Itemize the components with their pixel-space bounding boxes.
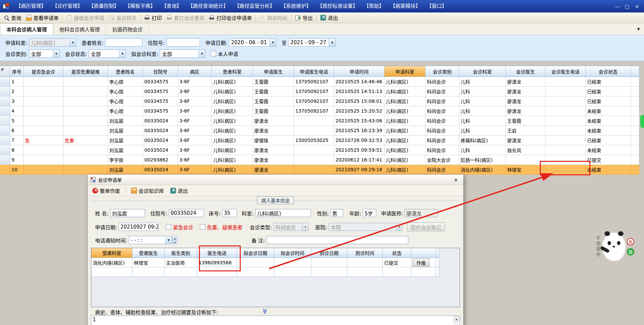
scroll-up-icon[interactable]: ▲ xyxy=(454,317,459,322)
request-doctor-field[interactable]: 廖潇龙 xyxy=(405,209,438,217)
dialog-column-header[interactable]: 到诊日期 xyxy=(311,248,347,258)
row-selector[interactable] xyxy=(0,165,10,175)
urgent-checkbox[interactable] xyxy=(166,224,171,230)
consult-kind-select[interactable]: 科间会诊 ▼ xyxy=(273,223,309,231)
dialog-close-button[interactable]: × xyxy=(451,177,461,183)
table-row[interactable]: 6刘泓宸003350243-6F儿科(病区)廖潇龙20210525 16:23:… xyxy=(0,126,639,136)
column-header[interactable]: 是否危重疑难 xyxy=(63,66,108,77)
column-header[interactable]: 申请时间 xyxy=(334,66,384,77)
dialog-column-header[interactable]: 拟会诊时间 xyxy=(274,248,311,258)
dialog-column-header[interactable]: 受邀科室 xyxy=(91,248,133,258)
time-spinner[interactable]: ▲▼ xyxy=(172,236,177,244)
view-request-button[interactable]: 查看申请单 xyxy=(24,13,61,22)
spin-down-icon[interactable]: ▼ xyxy=(172,240,177,244)
menu-item[interactable]: 【路径监管分析】 xyxy=(231,0,278,12)
search-button[interactable]: 查询 xyxy=(1,13,24,22)
row-selector[interactable] xyxy=(0,106,10,116)
receive-button[interactable]: 接收会诊申请 xyxy=(64,13,107,22)
table-row[interactable]: 5刘泓宸003350243-6F儿科(病区)廖潇龙20210525 15:43:… xyxy=(0,116,639,126)
column-header[interactable]: 是否急会诊 xyxy=(24,66,63,77)
column-header[interactable]: 会诊医生 xyxy=(506,66,546,77)
menu-item[interactable]: 【病历管理】 xyxy=(13,0,49,12)
dialog-column-header[interactable]: 拟会诊日期 xyxy=(237,248,274,258)
column-header[interactable]: 患者姓名 xyxy=(108,66,143,77)
date-from-picker[interactable]: 2020 - 06 - 01 ▼ xyxy=(229,38,276,47)
apply-dept-select[interactable]: 儿科(病区) ▼ xyxy=(29,38,76,47)
menu-item[interactable]: 【窗口】 xyxy=(423,0,450,12)
critical-checkbox[interactable] xyxy=(200,224,205,230)
dialog-title-bar[interactable]: 会诊申请单 × xyxy=(88,175,463,185)
table-row[interactable]: 2李心煜003345753-6F儿科(病区)王菊霞137050921072021… xyxy=(0,87,639,96)
row-selector[interactable] xyxy=(0,96,10,106)
print-batch-button[interactable]: 套打会诊意见 xyxy=(164,13,207,22)
row-selector[interactable] xyxy=(0,77,10,87)
close-button[interactable]: × xyxy=(633,3,641,10)
panda-sticker[interactable]: 不想理你 英 简 xyxy=(595,227,639,267)
dialog-column-header[interactable]: 到诊时间 xyxy=(347,248,383,258)
row-selector[interactable] xyxy=(0,155,10,165)
sex-field[interactable]: 男 xyxy=(330,209,343,217)
phone-notify-time-picker[interactable]: - - : : ▼ xyxy=(129,236,172,244)
column-header[interactable]: 会诊状态 xyxy=(586,66,631,77)
table-row[interactable]: 1李心煜003345753-6F儿科(病区)王菊霞137050921072021… xyxy=(0,77,639,87)
menu-item[interactable]: 【质控标准设置】 xyxy=(314,0,361,12)
table-row[interactable]: 8刘泓宸003350243-6F儿科(病区)廖潇龙20210525 09:59:… xyxy=(0,145,639,155)
remark-input[interactable] xyxy=(267,236,408,244)
hospital-select[interactable]: 本院 ▼ xyxy=(329,223,402,231)
column-header[interactable]: 患者科室 xyxy=(212,66,253,77)
menu-item[interactable]: 【帮助】 xyxy=(361,0,387,12)
tab-抗菌药物会诊[interactable]: 抗菌药物会诊 xyxy=(106,23,149,35)
dialog-column-header[interactable]: 医生类别 xyxy=(165,248,197,258)
patient-name-input[interactable] xyxy=(105,38,142,47)
minimize-button[interactable]: — xyxy=(613,3,622,10)
dialog-exit-button[interactable]: 退出 xyxy=(168,186,190,195)
dialog-column-header[interactable] xyxy=(411,248,436,258)
transfer-button[interactable]: 会诊转诊 xyxy=(107,13,139,22)
admission-no-input[interactable] xyxy=(166,38,200,47)
dialog-column-header[interactable]: 状态 xyxy=(383,248,411,258)
tab-list-chevron-down-icon[interactable]: ▼ xyxy=(637,23,644,35)
void-form-button[interactable]: 整单作废 xyxy=(90,186,122,195)
consult-status-select[interactable]: 全部 ▼ xyxy=(89,50,126,58)
textarea-scrollbar[interactable]: ▲ xyxy=(453,316,459,325)
outside-consult-button[interactable]: 院外会诊登记 xyxy=(407,223,445,231)
menu-item[interactable]: 【路径查询统计】 xyxy=(185,0,231,12)
menu-item[interactable]: 【病案模块】 xyxy=(387,0,423,12)
badge-simplified[interactable]: 简 xyxy=(627,248,634,256)
menu-item[interactable]: 【查询】 xyxy=(158,0,185,12)
exit-button[interactable]: 退出 xyxy=(318,13,340,22)
column-header[interactable]: 会诊医生电话 xyxy=(546,66,586,77)
row-selector[interactable] xyxy=(0,126,10,136)
table-row[interactable]: 4李心煜003345753-6F儿科(病区)王菊霞137050921072021… xyxy=(0,106,639,116)
arrive-time-button[interactable]: 到诊时间 xyxy=(257,13,290,22)
row-selector[interactable] xyxy=(0,136,10,145)
collapse-chevron-icon[interactable]: ≫ xyxy=(262,308,268,314)
consult-type-select[interactable]: 全部 ▼ xyxy=(29,50,60,58)
column-header[interactable]: 会诊类别 xyxy=(426,66,459,77)
dept-field[interactable]: 儿科(病区) xyxy=(255,209,311,217)
column-header[interactable]: 申请医生电话 xyxy=(294,66,334,77)
age-field[interactable]: 5岁 xyxy=(363,209,376,217)
table-row[interactable]: 7急危重刘泓宸003350243-6F儿科(病区)廖银珠150050530252… xyxy=(0,136,639,145)
print-request-button[interactable]: 打印会诊申请单 xyxy=(207,13,254,22)
select-all-corner[interactable] xyxy=(0,66,10,77)
table-row[interactable]: 3李心煜003345753-6F儿科(病区)王菊霞137050921072021… xyxy=(0,96,639,106)
column-header[interactable]: 申请科室 xyxy=(384,66,426,77)
tab-他科会诊病人管理[interactable]: 他科会诊病人管理 xyxy=(53,23,106,35)
dialog-table-row[interactable]: 消化内镜(病区)林增宝主治医师13960993568已提交作废 xyxy=(91,258,460,267)
print-button[interactable]: 打印 xyxy=(142,13,164,22)
menu-item[interactable]: 【诊疗管理】 xyxy=(49,0,86,12)
column-header[interactable]: 序号 xyxy=(10,66,24,77)
menu-item[interactable]: 【质量控制】 xyxy=(86,0,122,12)
restore-button[interactable]: □ xyxy=(623,3,632,10)
target-dept-select[interactable]: 全部 ▼ xyxy=(160,50,205,58)
request-date-field[interactable]: 20210927 09:29 xyxy=(119,223,158,231)
row-selector[interactable] xyxy=(0,145,10,155)
column-header[interactable]: 病区 xyxy=(178,66,212,77)
column-header[interactable]: 会诊科室 xyxy=(459,66,506,77)
admission-field[interactable]: 00335024 xyxy=(169,209,204,217)
bed-field[interactable]: 35 xyxy=(222,209,237,217)
history-textarea[interactable]: 1 ▲ xyxy=(91,316,460,325)
menu-item[interactable]: 【模板字典】 xyxy=(122,0,158,12)
scrollbar-thumb[interactable] xyxy=(640,115,644,128)
